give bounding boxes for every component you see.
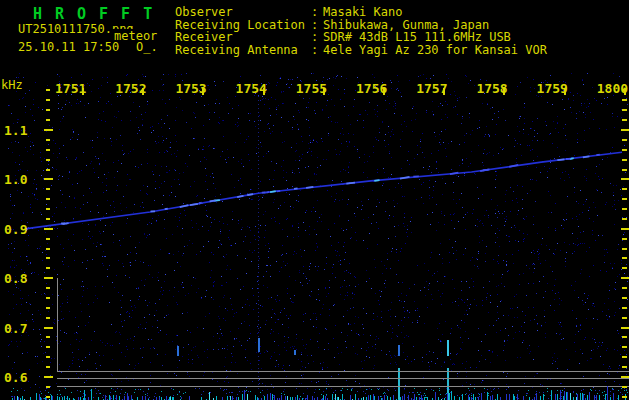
y-tick-label-1.1: 1.1 bbox=[4, 123, 27, 138]
info-value-3: 4ele Yagi Az 230 for Kansai VOR bbox=[323, 43, 547, 57]
strip-bar bbox=[402, 396, 403, 400]
status-label: O_. bbox=[136, 41, 158, 53]
strip-bar bbox=[514, 396, 515, 400]
carrier-highlight-segment bbox=[210, 200, 216, 201]
x-tick-mark-1759 bbox=[564, 88, 566, 95]
strip-bar bbox=[368, 396, 369, 400]
strip-bar bbox=[536, 393, 537, 400]
y-minor-tick-right bbox=[622, 109, 627, 111]
level-line-1 bbox=[57, 371, 629, 372]
y-minor-tick-right bbox=[622, 188, 627, 190]
strip-bar bbox=[91, 389, 92, 400]
strip-bar bbox=[416, 397, 417, 400]
strip-bar bbox=[105, 395, 106, 400]
level-line-2 bbox=[57, 378, 629, 379]
strip-bar bbox=[374, 396, 375, 400]
strip-bar bbox=[242, 394, 243, 400]
y-minor-tick-left bbox=[46, 356, 50, 358]
strip-bar bbox=[335, 394, 336, 400]
strip-bar bbox=[551, 391, 552, 400]
strip-bar bbox=[317, 397, 318, 400]
strip-bar bbox=[247, 394, 248, 400]
strip-bar bbox=[580, 393, 581, 400]
carrier-highlight-segment bbox=[180, 205, 189, 207]
strip-bar bbox=[57, 396, 58, 400]
y-major-tick-left bbox=[44, 228, 53, 230]
y-major-tick-right bbox=[621, 228, 629, 230]
strip-bar bbox=[384, 395, 385, 400]
strip-bar bbox=[255, 395, 256, 400]
strip-bar bbox=[370, 395, 371, 400]
y-minor-tick-left bbox=[46, 297, 50, 299]
x-tick-mark-1752 bbox=[142, 88, 144, 95]
strip-bar bbox=[274, 395, 275, 400]
strip-bar bbox=[232, 396, 233, 400]
carrier-highlight-segment bbox=[266, 192, 269, 193]
y-tick-label-0.9: 0.9 bbox=[4, 222, 27, 237]
strip-bar bbox=[230, 396, 231, 400]
strip-bar bbox=[618, 395, 619, 400]
strip-bar bbox=[14, 396, 15, 400]
strip-bar bbox=[438, 397, 439, 400]
strip-bar bbox=[287, 396, 288, 400]
strip-bar bbox=[325, 396, 326, 400]
strip-bar bbox=[424, 397, 425, 400]
carrier-highlight-segment bbox=[374, 180, 379, 181]
strip-bar bbox=[145, 396, 146, 400]
y-minor-tick-left bbox=[46, 139, 50, 141]
y-major-tick-right bbox=[621, 178, 629, 180]
strip-bar bbox=[338, 397, 339, 400]
y-major-tick-right bbox=[621, 277, 629, 279]
y-minor-tick-right bbox=[622, 169, 627, 171]
echo-mark-4 bbox=[398, 368, 400, 400]
strip-bar bbox=[492, 395, 493, 400]
strip-bar bbox=[435, 392, 436, 400]
strip-bar bbox=[596, 395, 597, 400]
y-tick-label-0.7: 0.7 bbox=[4, 321, 27, 336]
hrofft-screen: 1751175217531754175517561757175817591800… bbox=[0, 0, 629, 400]
y-minor-tick-right bbox=[622, 267, 627, 269]
y-minor-tick-left bbox=[46, 396, 50, 398]
strip-bar bbox=[404, 394, 405, 400]
y-major-tick-right bbox=[621, 327, 629, 329]
y-minor-tick-right bbox=[622, 386, 627, 388]
strip-bar bbox=[267, 394, 268, 400]
strip-bar bbox=[170, 397, 171, 400]
strip-bar bbox=[454, 396, 455, 400]
strip-bar bbox=[490, 396, 491, 400]
y-minor-tick-left bbox=[46, 346, 50, 348]
strip-bar bbox=[116, 395, 117, 400]
info-separator-3: : bbox=[311, 43, 318, 57]
datetime-label: 25.10.11 17:50 bbox=[18, 41, 119, 53]
y-minor-tick-right bbox=[622, 366, 627, 368]
carrier-highlight-segment bbox=[247, 194, 253, 195]
carrier-highlight-segment bbox=[557, 159, 564, 160]
y-minor-tick-left bbox=[46, 218, 50, 220]
carrier-highlight-segment bbox=[480, 169, 489, 171]
level-frame-vertical bbox=[57, 278, 58, 372]
strip-bar bbox=[142, 396, 143, 400]
y-minor-tick-right bbox=[622, 139, 627, 141]
carrier-highlight-segment bbox=[509, 165, 518, 167]
strip-bar bbox=[342, 394, 343, 400]
y-minor-tick-left bbox=[46, 267, 50, 269]
strip-bar bbox=[517, 394, 518, 400]
strip-bar bbox=[555, 394, 556, 400]
strip-bar bbox=[244, 390, 245, 400]
y-minor-tick-left bbox=[46, 317, 50, 319]
strip-bar bbox=[607, 386, 608, 400]
strip-bar bbox=[36, 393, 37, 400]
strip-bar bbox=[577, 394, 578, 400]
strip-bar bbox=[613, 393, 614, 400]
y-tick-label-0.8: 0.8 bbox=[4, 271, 27, 286]
strip-bar bbox=[583, 394, 584, 400]
strip-bar bbox=[378, 396, 379, 400]
strip-bar bbox=[478, 397, 479, 400]
app-title: HROFFT bbox=[33, 5, 165, 23]
y-minor-tick-right bbox=[622, 198, 627, 200]
strip-bar bbox=[297, 395, 298, 400]
carrier-highlight-segment bbox=[190, 204, 198, 205]
strip-bar bbox=[523, 396, 524, 400]
strip-bar bbox=[414, 394, 415, 400]
strip-bar bbox=[227, 396, 228, 400]
